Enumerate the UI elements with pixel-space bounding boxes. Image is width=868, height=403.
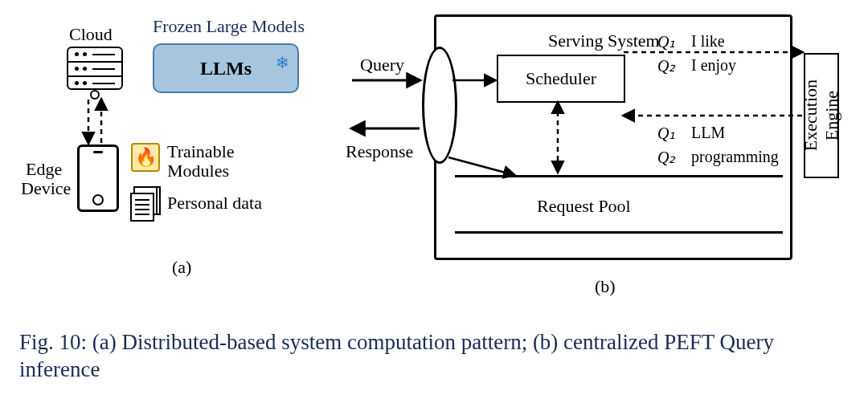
connectors-svg	[0, 0, 868, 403]
svg-line-5	[448, 157, 514, 175]
